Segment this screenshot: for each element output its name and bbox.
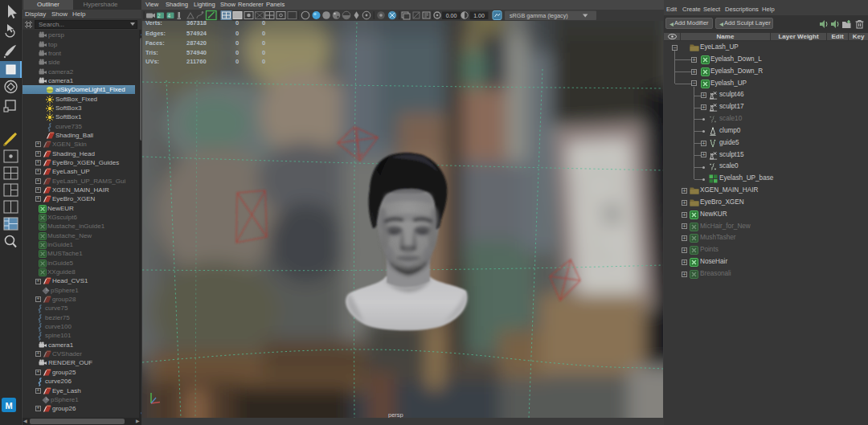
svg-text:2: 2 (158, 13, 161, 18)
svg-text:sRGB gamma (legacy): sRGB gamma (legacy) (510, 12, 568, 19)
svg-text:1.00: 1.00 (473, 13, 485, 18)
svg-text:4: 4 (168, 13, 171, 18)
svg-text:M: M (5, 401, 12, 411)
svg-text:0.00: 0.00 (446, 13, 457, 18)
